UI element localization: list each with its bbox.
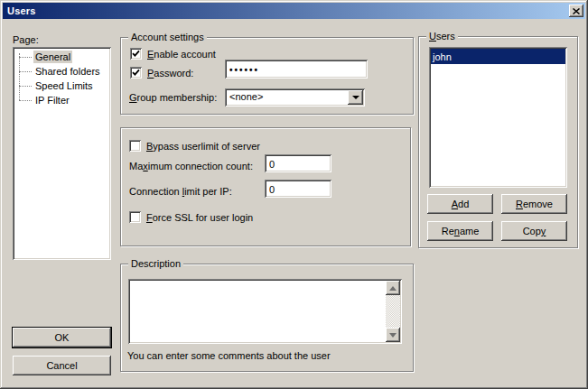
force-ssl-checkbox[interactable] (129, 211, 141, 223)
password-label: Password: (147, 68, 193, 79)
checkmark-icon (132, 69, 140, 77)
page-item-shared-folders[interactable]: Shared folders (14, 64, 109, 79)
scroll-down-button[interactable] (386, 328, 400, 342)
group-membership-select[interactable]: <none> (225, 88, 365, 107)
triangle-up-icon (389, 286, 397, 291)
close-button[interactable] (569, 5, 583, 17)
tree-connector (19, 57, 32, 58)
ok-button[interactable]: OK (13, 328, 111, 347)
user-item-john[interactable]: john (431, 49, 565, 64)
description-hint: You can enter some comments about the us… (127, 350, 331, 362)
page-label: Page: (13, 34, 39, 46)
group-membership-dropdown-button[interactable] (348, 90, 363, 105)
page-listbox[interactable]: General Shared folders Speed Limits IP F… (13, 47, 111, 260)
close-icon (573, 8, 580, 14)
copy-button[interactable]: Copy (501, 221, 567, 241)
users-caption: Users (426, 31, 458, 42)
add-button[interactable]: Add (427, 194, 493, 214)
triangle-down-icon (389, 333, 397, 338)
rename-button[interactable]: Rename (427, 221, 493, 241)
bypass-userlimit-checkbox[interactable] (129, 140, 141, 152)
bypass-userlimit-label: Bypass userlimit of server (146, 141, 260, 153)
max-connections-label: Maximum connection count: (129, 161, 253, 172)
enable-account-checkbox[interactable] (130, 48, 142, 60)
tree-connector (19, 100, 32, 101)
chevron-down-icon (352, 96, 359, 99)
description-textarea[interactable] (128, 279, 402, 344)
description-caption: Description (128, 258, 183, 269)
max-connections-input[interactable] (265, 154, 331, 172)
window-title: Users (7, 5, 36, 16)
account-settings-caption: Account settings (128, 32, 207, 42)
tree-connector (19, 71, 32, 72)
force-ssl-label: Force SSL for user login (146, 212, 253, 224)
remove-button[interactable]: Remove (501, 194, 567, 214)
enable-account-label: Enable account (147, 49, 216, 60)
checkmark-icon (132, 50, 140, 58)
page-item-ip-filter[interactable]: IP Filter (14, 93, 109, 107)
scroll-up-button[interactable] (386, 281, 400, 295)
group-membership-value: <none> (229, 92, 263, 102)
group-membership-label: Group membership: (129, 92, 217, 104)
page-item-speed-limits[interactable]: Speed Limits (14, 79, 109, 93)
title-bar[interactable]: Users (3, 3, 585, 19)
users-dialog: Users Page: General Shared folders Speed… (0, 0, 588, 389)
connection-limit-per-ip-input[interactable] (265, 180, 331, 198)
tree-connector (19, 86, 32, 87)
password-input[interactable] (225, 60, 368, 79)
page-item-general[interactable]: General (14, 50, 109, 64)
users-listbox[interactable]: john (429, 47, 567, 188)
cancel-button[interactable]: Cancel (13, 356, 111, 375)
connection-limit-per-ip-label: Connection limit per IP: (129, 186, 232, 198)
description-scrollbar[interactable] (386, 281, 400, 342)
password-checkbox[interactable] (130, 67, 142, 79)
